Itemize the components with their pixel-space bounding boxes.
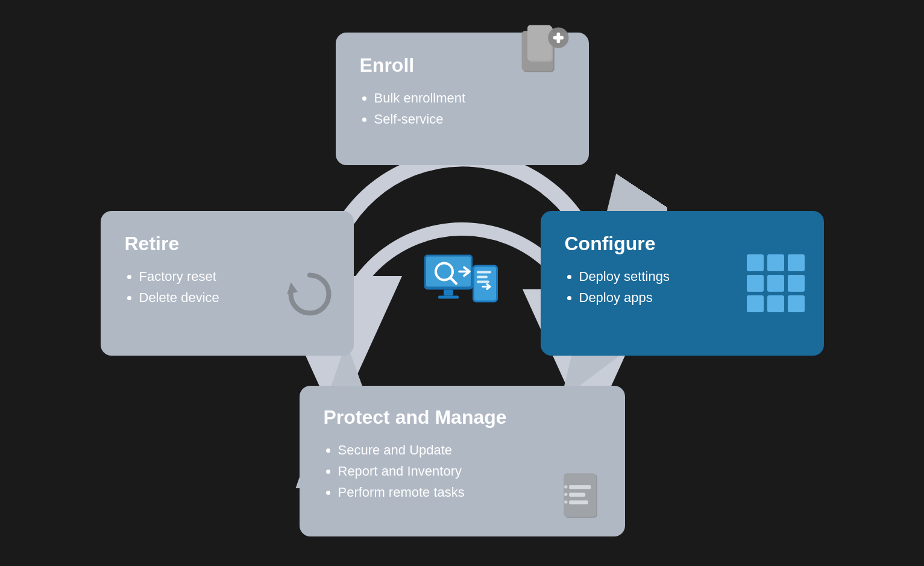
svg-point-14 bbox=[564, 485, 567, 488]
enroll-item-2: Self-service bbox=[374, 108, 565, 130]
svg-rect-13 bbox=[569, 500, 588, 504]
enroll-device-icon bbox=[517, 22, 574, 79]
retire-list: Factory reset Delete device bbox=[125, 266, 275, 308]
svg-marker-17 bbox=[287, 282, 298, 294]
retire-card: Retire Factory reset Delete device bbox=[101, 211, 354, 356]
svg-point-16 bbox=[564, 500, 567, 503]
protect-item-3: Perform remote tasks bbox=[338, 482, 529, 503]
svg-rect-26 bbox=[477, 271, 491, 273]
svg-rect-20 bbox=[444, 289, 453, 295]
retire-title: Retire bbox=[125, 233, 275, 255]
svg-rect-27 bbox=[477, 275, 488, 278]
configure-list: Deploy settings Deploy apps bbox=[565, 266, 746, 308]
configure-item-1: Deploy settings bbox=[579, 266, 746, 287]
protect-card: Protect and Manage Secure and Update Rep… bbox=[300, 386, 625, 536]
enroll-list: Bulk enrollment Self-service bbox=[360, 87, 565, 130]
svg-point-15 bbox=[564, 492, 567, 495]
configure-grid-icon bbox=[747, 254, 805, 312]
enroll-card: Enroll Bulk enrollment Self-service bbox=[336, 33, 589, 165]
retire-item-1: Factory reset bbox=[139, 266, 275, 287]
svg-rect-12 bbox=[569, 492, 585, 496]
center-mdm-icon bbox=[423, 251, 501, 315]
svg-rect-11 bbox=[569, 485, 591, 489]
protect-item-2: Report and Inventory bbox=[338, 461, 529, 482]
protect-list: Secure and Update Report and Inventory P… bbox=[324, 439, 529, 503]
svg-rect-28 bbox=[477, 280, 489, 283]
configure-card: Configure Deploy settings Deploy apps bbox=[541, 211, 824, 356]
svg-rect-5 bbox=[527, 25, 552, 60]
protect-report-icon bbox=[554, 469, 608, 523]
svg-rect-21 bbox=[438, 295, 459, 298]
retire-refresh-icon bbox=[283, 267, 337, 321]
configure-title: Configure bbox=[565, 233, 746, 255]
protect-title: Protect and Manage bbox=[324, 406, 529, 429]
configure-item-2: Deploy apps bbox=[579, 287, 746, 308]
svg-rect-8 bbox=[556, 33, 560, 43]
enroll-item-1: Bulk enrollment bbox=[374, 87, 565, 108]
diagram-container: Enroll Bulk enrollment Self-service Conf… bbox=[101, 24, 824, 542]
protect-item-1: Secure and Update bbox=[338, 439, 529, 461]
retire-item-2: Delete device bbox=[139, 287, 275, 308]
